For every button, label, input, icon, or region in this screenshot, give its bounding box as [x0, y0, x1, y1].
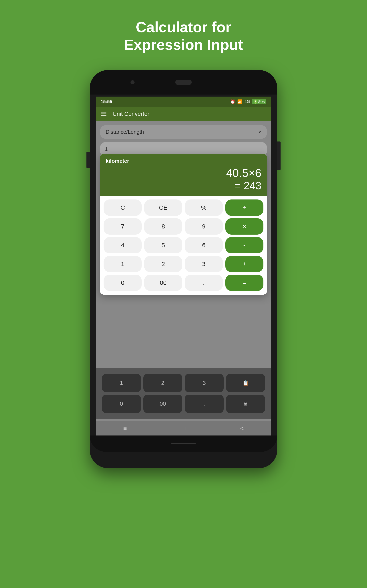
app-toolbar: Unit Converter [96, 107, 271, 121]
unit-category-dropdown[interactable]: Distance/Length ∨ [100, 125, 267, 139]
calc-display: kilometer 40.5×6 = 243 [100, 154, 267, 196]
calc-multiply-button[interactable]: × [225, 218, 263, 234]
calc-subtract-button[interactable]: - [225, 237, 263, 253]
kbd-2-button[interactable]: 2 [143, 374, 182, 392]
calc-clear-button[interactable]: C [104, 199, 142, 216]
kbd-clipboard-button[interactable]: 📋 [226, 374, 265, 392]
calc-9-button[interactable]: 9 [185, 218, 223, 234]
phone-bottom [90, 435, 277, 452]
calc-7-button[interactable]: 7 [104, 218, 142, 234]
phone-device: 15:55 ⏰ 📶 4G 🔋 84% Unit Converter Dist [90, 70, 277, 468]
calc-0-button[interactable]: 0 [104, 275, 142, 291]
calc-ce-button[interactable]: CE [144, 199, 182, 216]
calc-percent-button[interactable]: % [185, 199, 223, 216]
nav-menu-icon[interactable]: ≡ [123, 425, 127, 432]
front-camera-icon [131, 80, 134, 84]
nav-home-icon[interactable]: □ [182, 425, 185, 432]
signal-icon: 📶 [237, 99, 242, 104]
calc-unit-label: kilometer [106, 158, 261, 164]
calc-equals-button[interactable]: = [225, 275, 263, 291]
time-display: 15:55 [101, 99, 112, 104]
calc-3-button[interactable]: 3 [185, 256, 223, 272]
phone-top [90, 70, 277, 95]
calc-decimal-button[interactable]: . [185, 275, 223, 291]
kbd-1-button[interactable]: 1 [102, 374, 141, 392]
calc-buttons: C CE % ÷ 7 8 9 × 4 5 6 - 1 2 [100, 196, 267, 295]
network-type: 4G [244, 99, 250, 104]
alarm-icon: ⏰ [230, 99, 235, 104]
phone-screen: 15:55 ⏰ 📶 4G 🔋 84% Unit Converter Dist [96, 96, 271, 435]
dropdown-value: Distance/Length [106, 129, 144, 135]
calc-4-button[interactable]: 4 [104, 237, 142, 253]
calc-2-button[interactable]: 2 [144, 256, 182, 272]
kbd-0-button[interactable]: 0 [102, 395, 141, 413]
volume-button [86, 152, 90, 168]
calc-result: = 243 [106, 180, 261, 192]
kbd-3-button[interactable]: 3 [185, 374, 224, 392]
home-indicator [171, 443, 196, 444]
status-bar: 15:55 ⏰ 📶 4G 🔋 84% [96, 96, 271, 107]
speaker-icon [175, 80, 192, 85]
kbd-calculator-button[interactable]: 🖩 [226, 395, 265, 413]
dropdown-arrow-icon: ∨ [258, 130, 261, 134]
power-button [277, 141, 281, 170]
calc-8-button[interactable]: 8 [144, 218, 182, 234]
calculator-popup: kilometer 40.5×6 = 243 C CE % ÷ 7 8 9 × [100, 154, 267, 295]
calc-6-button[interactable]: 6 [185, 237, 223, 253]
calc-5-button[interactable]: 5 [144, 237, 182, 253]
app-title: Unit Converter [113, 111, 150, 117]
calc-00-button[interactable]: 00 [144, 275, 182, 291]
kbd-decimal-button[interactable]: . [185, 395, 224, 413]
calc-add-button[interactable]: + [225, 256, 263, 272]
calc-1-button[interactable]: 1 [104, 256, 142, 272]
nav-back-icon[interactable]: < [240, 425, 244, 432]
calc-expression: 40.5×6 [106, 166, 261, 180]
page-title: Calculator for Expression Input [124, 18, 243, 54]
calc-divide-button[interactable]: ÷ [225, 199, 263, 216]
page-title-container: Calculator for Expression Input [124, 0, 243, 54]
battery-icon: 🔋 84% [252, 99, 266, 104]
bottom-keyboard: 1 2 3 📋 0 00 . 🖩 [99, 371, 268, 416]
status-icons: ⏰ 📶 4G 🔋 84% [230, 99, 266, 104]
hamburger-menu-icon[interactable] [101, 112, 106, 116]
kbd-00-button[interactable]: 00 [143, 395, 182, 413]
nav-bar: ≡ □ < [96, 421, 271, 435]
